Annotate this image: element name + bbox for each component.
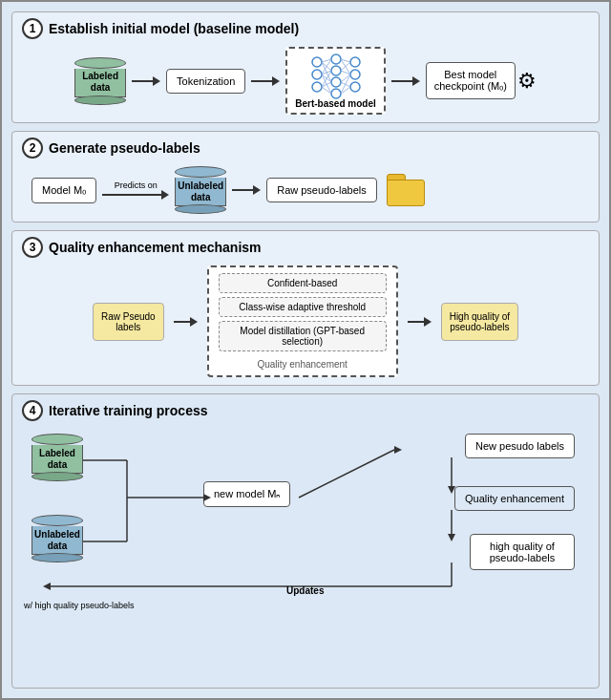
updates-label: Updates	[286, 585, 324, 596]
arrow-s2	[232, 185, 261, 195]
section-2-content: Model M₀ Predicts on Unlabeleddata	[22, 166, 589, 214]
quality-label: Quality enhancement	[219, 359, 387, 370]
section-4-title: 4 Iterative training process	[22, 400, 589, 421]
new-model-box: new model Mₙ	[203, 481, 290, 507]
step-1-circle: 1	[22, 18, 43, 39]
predicts-on-arrow: Predicts on	[102, 180, 169, 200]
bert-model-box: Bert-based model	[285, 47, 385, 115]
section-3-label: Quality enhancement mechanism	[49, 240, 262, 255]
labeled-data-cylinder-s4: Labeleddata	[32, 434, 83, 481]
raw-pseudo-box-s2: Raw pseudo-labels	[266, 178, 377, 202]
new-pseudo-box: New pesudo labels	[465, 434, 575, 458]
arrow-2	[251, 76, 280, 86]
svg-point-7	[350, 57, 360, 67]
section-2: 2 Generate pseudo-labels Model M₀ Predic…	[11, 131, 600, 223]
section-3-content: Raw Pseudolabels Confident-based Class-w…	[22, 265, 589, 377]
raw-pseudo-labels-box: Raw Pseudolabels	[93, 303, 164, 341]
svg-marker-35	[394, 446, 402, 454]
neural-net-icon	[307, 53, 365, 95]
svg-marker-39	[448, 534, 455, 541]
unlabeled-data-cylinder-s2: Unlabeleddata	[175, 166, 226, 214]
quality-enh-s4-box: Quality enhancement	[454, 486, 575, 511]
svg-line-34	[299, 450, 394, 498]
folder-icon	[387, 174, 425, 206]
svg-line-26	[341, 74, 350, 94]
confident-box: Confident-based	[219, 273, 387, 293]
gear-icon: ⚙	[517, 69, 537, 94]
w-high-quality-label: w/ high quality pseudo-labels	[24, 601, 135, 610]
svg-point-9	[350, 82, 360, 92]
arrow-s3-2	[408, 317, 432, 327]
checkpoint-box: Best modelcheckpoint (M₀)	[426, 62, 516, 99]
section-1: 1 Establish initial model (baseline mode…	[11, 11, 600, 123]
svg-marker-42	[43, 583, 51, 590]
quality-enh-label: Quality enhancement	[454, 486, 575, 511]
predicts-on-label: Predicts on	[115, 180, 158, 190]
section-4: 4 Iterative training process Labeleddata…	[11, 393, 600, 689]
svg-point-2	[312, 82, 322, 92]
model-distill-box: Model distillation (GPT-basedselection)	[219, 321, 387, 351]
svg-point-5	[331, 77, 341, 87]
labeled-data-s4: Labeleddata	[32, 434, 83, 481]
high-quality-s4-box: high quality ofpseudo-labels	[470, 534, 575, 570]
section-2-title: 2 Generate pseudo-labels	[22, 138, 589, 159]
bert-label: Bert-based model	[295, 98, 375, 109]
section-1-content: Labeleddata Tokenization	[22, 47, 589, 115]
svg-point-3	[331, 54, 341, 64]
svg-line-23	[341, 74, 350, 82]
main-container: 1 Establish initial model (baseline mode…	[0, 0, 611, 700]
arrow-s3-1	[174, 317, 198, 327]
section-3: 3 Quality enhancement mechanism Raw Pseu…	[11, 230, 600, 386]
new-pseudo-label: New pesudo labels	[465, 434, 575, 458]
svg-point-4	[331, 66, 341, 75]
step-4-circle: 4	[22, 400, 43, 421]
svg-point-0	[312, 57, 322, 67]
step-3-circle: 3	[22, 237, 43, 258]
checkpoint-with-icon: Best modelcheckpoint (M₀) ⚙	[426, 62, 537, 99]
unlabeled-data-s4: Unlabeleddata	[32, 515, 83, 562]
section-2-label: Generate pseudo-labels	[49, 140, 200, 156]
section-1-label: Establish initial model (baseline model)	[49, 21, 299, 36]
svg-point-8	[350, 70, 360, 79]
labeled-data-cylinder: Labeleddata	[74, 57, 126, 105]
section-1-title: 1 Establish initial model (baseline mode…	[22, 18, 589, 39]
arrow-3	[391, 76, 420, 86]
section-3-title: 3 Quality enhancement mechanism	[22, 237, 589, 258]
tokenization-box: Tokenization	[166, 69, 245, 94]
section-4-diagram: Labeleddata Unlabeleddata new model Mₙ N…	[22, 429, 589, 610]
arrow-1	[132, 76, 160, 86]
svg-point-1	[312, 70, 322, 79]
section-4-label: Iterative training process	[49, 403, 208, 418]
quality-mechanism-box: Confident-based Class-wise adaptive thre…	[207, 265, 398, 377]
checkpoint-container: Best modelcheckpoint (M₀) ⚙	[426, 62, 537, 99]
step-2-circle: 2	[22, 138, 43, 159]
high-quality-s4-label: high quality ofpseudo-labels	[470, 534, 575, 570]
class-wise-box: Class-wise adaptive threshold	[219, 297, 387, 317]
svg-point-6	[331, 89, 341, 98]
unlabeled-data-cylinder-s4: Unlabeleddata	[32, 515, 83, 562]
high-quality-box: High quality ofpseudo-labels	[441, 303, 518, 341]
model-m0-box: Model M₀	[32, 178, 96, 203]
new-model-label: new model Mₙ	[203, 481, 290, 507]
